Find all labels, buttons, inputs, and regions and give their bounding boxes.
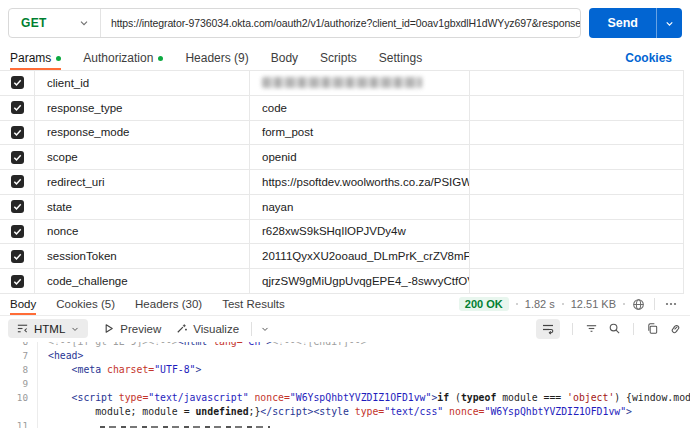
param-key[interactable]: redirect_uri: [35, 170, 250, 194]
response-tab-headers[interactable]: Headers (30): [135, 294, 202, 315]
tab-label: Authorization: [83, 51, 153, 65]
link-icon[interactable]: [669, 322, 682, 335]
param-key[interactable]: nonce: [35, 220, 250, 244]
code-line: module; module = undefined;}</script><st…: [0, 405, 690, 419]
param-description[interactable]: [470, 170, 683, 194]
param-key[interactable]: state: [35, 195, 250, 219]
param-value[interactable]: code: [250, 96, 470, 120]
preview-button[interactable]: Preview: [102, 322, 161, 335]
tab-headers[interactable]: Headers (9): [185, 46, 248, 70]
beautify-icon: [16, 322, 29, 335]
line-number: 7: [0, 349, 38, 363]
param-value[interactable]: form_post: [250, 121, 470, 145]
param-checkbox[interactable]: [11, 101, 24, 114]
param-checkbox[interactable]: [11, 76, 24, 89]
visualize-button[interactable]: Visualize: [175, 322, 239, 335]
tab-settings[interactable]: Settings: [379, 46, 422, 70]
code-line: 8 <meta charset="UTF-8">: [0, 363, 690, 377]
param-checkbox[interactable]: [11, 200, 24, 213]
param-checkbox[interactable]: [11, 126, 24, 139]
chevron-down-icon: [664, 18, 675, 29]
table-row: client_id: [0, 71, 683, 96]
wrap-text-icon[interactable]: [536, 319, 560, 339]
tab-params[interactable]: Params: [10, 46, 61, 70]
globe-icon[interactable]: [632, 298, 645, 311]
chevron-down-icon: [70, 324, 80, 334]
param-description[interactable]: [470, 121, 683, 145]
preview-label: Preview: [120, 323, 161, 335]
param-value[interactable]: 20111QyxXU2ooaud_DLmPrK_crZV8mFXpTn...: [250, 244, 470, 268]
param-value[interactable]: openid: [250, 145, 470, 169]
param-checkbox[interactable]: [11, 151, 24, 164]
dot-separator: [562, 303, 564, 305]
response-time: 1.82 s: [525, 298, 555, 310]
search-icon[interactable]: [608, 322, 621, 335]
green-dot-icon: [56, 56, 61, 61]
redacted-value: [262, 77, 422, 88]
send-button-group: Send: [589, 8, 682, 38]
tab-scripts[interactable]: Scripts: [320, 46, 357, 70]
response-tab-body[interactable]: Body: [10, 294, 36, 315]
send-options-button[interactable]: [656, 8, 682, 38]
format-select[interactable]: HTML: [8, 319, 88, 338]
query-params-table: client_id response_type code response_mo…: [0, 70, 684, 294]
method-select[interactable]: GET: [9, 9, 101, 37]
param-description[interactable]: [470, 96, 683, 120]
tab-body[interactable]: Body: [271, 46, 298, 70]
param-value[interactable]: qjrzSW9gMiUgpUvqgEPE4_-8swvyCtfOVvg5...: [250, 269, 470, 293]
table-row: nonce r628xwS9kSHqIlOPJVDy4w: [0, 220, 683, 245]
line-number: 9: [0, 377, 38, 391]
response-bar: Body Cookies (5) Headers (30) Test Resul…: [0, 294, 690, 316]
param-key[interactable]: scope: [35, 145, 250, 169]
param-checkbox[interactable]: [11, 225, 24, 238]
divider: [633, 323, 634, 335]
dot-separator: [623, 303, 625, 305]
response-tab-cookies[interactable]: Cookies (5): [56, 294, 115, 315]
line-number: [0, 405, 38, 419]
response-body-code[interactable]: 6 <!--[if gt IE 9]><!--><html lang="en">…: [0, 342, 690, 428]
visualize-label: Visualize: [193, 323, 239, 335]
param-description[interactable]: [470, 145, 683, 169]
param-description[interactable]: [470, 244, 683, 268]
tab-authorization[interactable]: Authorization: [83, 46, 163, 70]
param-key[interactable]: client_id: [35, 71, 250, 95]
param-value[interactable]: [250, 71, 470, 95]
param-description[interactable]: [470, 220, 683, 244]
request-tabs: Params Authorization Headers (9) Body Sc…: [0, 46, 690, 70]
param-value[interactable]: r628xwS9kSHqIlOPJVDy4w: [250, 220, 470, 244]
param-key[interactable]: response_mode: [35, 121, 250, 145]
copy-icon[interactable]: [646, 322, 659, 335]
url-box: GET https://integrator-9736034.okta.com/…: [8, 8, 581, 38]
send-button[interactable]: Send: [589, 8, 656, 38]
param-checkbox[interactable]: [11, 250, 24, 263]
param-checkbox[interactable]: [11, 175, 24, 188]
format-label: HTML: [34, 323, 65, 335]
response-tab-test-results[interactable]: Test Results: [222, 294, 285, 315]
format-options-chevron[interactable]: [260, 324, 270, 334]
divider: [572, 323, 573, 335]
cookies-link[interactable]: Cookies: [625, 51, 672, 65]
param-value[interactable]: https://psoftdev.woolworths.co.za/PSIGW/…: [250, 170, 470, 194]
param-key[interactable]: response_type: [35, 96, 250, 120]
url-input[interactable]: https://integrator-9736034.okta.com/oaut…: [101, 17, 580, 29]
code-line: 7 <head>: [0, 349, 690, 363]
param-description[interactable]: [470, 71, 683, 95]
line-number: 8: [0, 363, 38, 377]
response-meta: 200 OK 1.82 s 12.51 KB: [459, 297, 678, 311]
table-row: response_mode form_post: [0, 121, 683, 146]
table-row: redirect_uri https://psoftdev.woolworths…: [0, 170, 683, 195]
param-description[interactable]: [470, 195, 683, 219]
wand-icon: [175, 322, 188, 335]
divider: [654, 298, 655, 310]
line-number: 6: [0, 342, 38, 349]
toolbar-right-icons: [536, 319, 682, 339]
code-line: 11: [0, 419, 690, 428]
more-options-icon[interactable]: [664, 297, 678, 311]
param-description[interactable]: [470, 269, 683, 293]
param-checkbox[interactable]: [11, 275, 24, 288]
param-key[interactable]: sessionToken: [35, 244, 250, 268]
tab-label: Headers (9): [185, 51, 248, 65]
filter-icon[interactable]: [585, 322, 598, 335]
param-key[interactable]: code_challenge: [35, 269, 250, 293]
param-value[interactable]: nayan: [250, 195, 470, 219]
